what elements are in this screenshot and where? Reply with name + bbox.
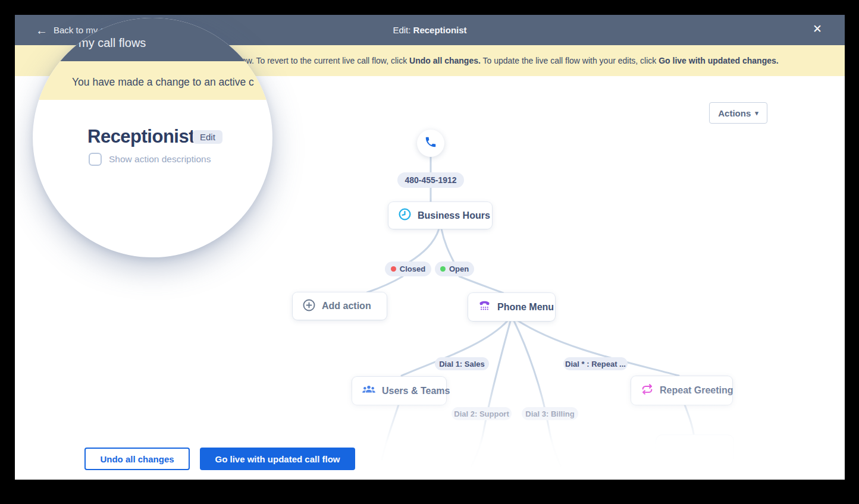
- phone-menu-node[interactable]: Phone Menu: [468, 293, 555, 321]
- closed-branch-badge: Closed: [385, 262, 431, 276]
- actions-button-label: Actions: [718, 108, 751, 118]
- repeat-icon: [641, 383, 654, 398]
- undo-all-changes-button[interactable]: Undo all changes: [84, 448, 190, 470]
- edit-title-button[interactable]: Edit: [193, 130, 222, 144]
- show-descriptions-row: Show action descriptions: [89, 153, 211, 166]
- call-flow-editor-window: 480-455-1912 Business Hours Closed Open …: [15, 15, 845, 480]
- add-action-node[interactable]: Add action: [293, 292, 387, 320]
- go-live-button[interactable]: Go live with updated call flow: [200, 448, 355, 470]
- business-hours-label: Business Hours: [418, 210, 490, 221]
- phone-menu-icon: [478, 299, 491, 315]
- partial-node: [656, 435, 733, 459]
- repeat-greeting-label: Repeat Greeting: [660, 385, 733, 396]
- close-icon[interactable]: ✕: [813, 23, 822, 34]
- phone-number-badge: 480-455-1912: [397, 172, 464, 188]
- spotlight-nav-text: my call flows: [79, 36, 146, 50]
- phone-icon: [424, 136, 437, 151]
- show-descriptions-checkbox[interactable]: [89, 153, 102, 166]
- dial-1-sales-label: Dial 1: Sales: [435, 357, 489, 370]
- closed-dot-icon: [391, 266, 396, 272]
- users-teams-node[interactable]: Users & Teams: [352, 377, 446, 405]
- clock-icon: [398, 207, 412, 223]
- spotlight-banner-text: You have made a change to an active c: [72, 76, 254, 89]
- add-action-label: Add action: [322, 301, 371, 311]
- repeat-greeting-node[interactable]: Repeat Greeting: [631, 376, 732, 405]
- phone-menu-label: Phone Menu: [497, 302, 554, 313]
- phone-number: 480-455-1912: [405, 175, 456, 185]
- open-label: Open: [449, 264, 469, 273]
- dial-star-repeat-label: Dial * : Repeat ...: [563, 357, 628, 370]
- show-descriptions-label: Show action descriptions: [109, 154, 211, 165]
- back-arrow-icon: ←: [36, 24, 48, 36]
- call-flow-title: Receptionist: [87, 126, 195, 147]
- chevron-down-icon: ▾: [755, 109, 758, 117]
- actions-dropdown-button[interactable]: Actions ▾: [709, 102, 767, 124]
- users-teams-label: Users & Teams: [382, 386, 450, 396]
- dial-3-billing-label: Dial 3: Billing: [522, 407, 578, 420]
- open-branch-badge: Open: [435, 262, 474, 276]
- business-hours-node[interactable]: Business Hours: [388, 202, 492, 229]
- plus-circle-icon: [302, 298, 316, 314]
- users-group-icon: [362, 383, 376, 399]
- closed-label: Closed: [400, 264, 425, 273]
- open-dot-icon: [440, 266, 446, 272]
- spotlight-overlay: my call flows You have made a change to …: [33, 18, 272, 257]
- entry-point-node[interactable]: [417, 130, 444, 157]
- dial-2-support-label: Dial 2: Support: [452, 407, 512, 420]
